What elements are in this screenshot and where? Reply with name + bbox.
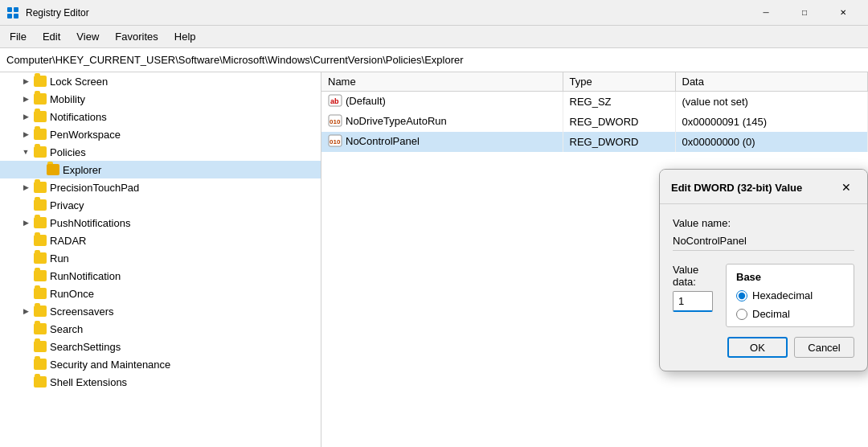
tree-item-shell-extensions[interactable]: ▶ Shell Extensions xyxy=(0,373,321,391)
tree-arrow: ▼ xyxy=(19,146,32,158)
tree-item-label: RADAR xyxy=(50,235,87,247)
folder-icon xyxy=(34,76,47,87)
tree-item-label: RunNotification xyxy=(50,270,121,282)
tree-item-label: Screensavers xyxy=(50,306,113,318)
tree-item-searchsettings[interactable]: ▶ SearchSettings xyxy=(0,338,321,355)
menu-help[interactable]: Help xyxy=(168,28,203,45)
address-path: Computer\HKEY_CURRENT_USER\Software\Micr… xyxy=(6,54,464,66)
tree-arrow: ▶ xyxy=(19,128,32,141)
tree-item-label: PenWorkspace xyxy=(50,129,121,141)
main-content: ▶ Lock Screen ▶ Mobility ▶ Notifications… xyxy=(0,72,868,447)
base-title: Base xyxy=(736,271,844,283)
tree-item-label: Privacy xyxy=(50,199,84,211)
tree-item-label: PrecisionTouchPad xyxy=(50,182,139,194)
folder-icon xyxy=(34,199,47,211)
tree-arrow: ▶ xyxy=(19,110,32,123)
folder-icon xyxy=(34,111,47,122)
window-controls: ─ □ ✕ xyxy=(747,1,862,25)
folder-icon xyxy=(34,323,47,334)
folder-icon xyxy=(47,164,59,175)
folder-icon xyxy=(34,376,47,388)
folder-icon xyxy=(34,270,47,281)
tree-item-runnotification[interactable]: ▶ RunNotification xyxy=(0,267,321,285)
tree-arrow: ▶ xyxy=(19,92,32,105)
value-data-label: Value data: xyxy=(673,264,713,288)
address-bar: Computer\HKEY_CURRENT_USER\Software\Micr… xyxy=(0,48,868,72)
ok-button[interactable]: OK xyxy=(727,337,788,358)
radio-group: Hexadecimal Decimal xyxy=(736,289,844,320)
tree-item-notifications[interactable]: ▶ Notifications xyxy=(0,108,321,125)
tree-arrow: ▶ xyxy=(19,305,32,318)
tree-item-pushnotifications[interactable]: ▶ PushNotifications xyxy=(0,214,321,232)
tree-item-label: Search xyxy=(50,323,83,335)
menu-favorites[interactable]: Favorites xyxy=(108,28,164,45)
tree-item-radar[interactable]: ▶ RADAR xyxy=(0,232,321,249)
svg-rect-1 xyxy=(14,7,18,12)
folder-icon xyxy=(34,217,47,228)
menu-view[interactable]: View xyxy=(70,28,105,45)
menu-bar: File Edit View Favorites Help xyxy=(0,26,868,48)
tree-item-label: Policies xyxy=(50,146,86,158)
menu-edit[interactable]: Edit xyxy=(36,28,67,45)
dialog-title: Edit DWORD (32-bit) Value xyxy=(671,182,802,194)
tree-item-policies[interactable]: ▼ Policies xyxy=(0,143,321,161)
edit-dword-dialog: Edit DWORD (32-bit) Value ✕ Value name: … xyxy=(659,169,868,371)
tree-item-label: Security and Maintenance xyxy=(50,359,170,371)
folder-icon xyxy=(34,129,47,140)
title-bar: Registry Editor ─ □ ✕ xyxy=(0,0,868,26)
folder-icon xyxy=(34,288,47,299)
dialog-body: Value name: NoControlPanel Value data: B… xyxy=(660,204,867,371)
tree-item-lockscreen[interactable]: ▶ Lock Screen xyxy=(0,72,321,90)
close-button[interactable]: ✕ xyxy=(825,1,862,25)
folder-icon xyxy=(34,341,47,352)
app-title: Registry Editor xyxy=(26,7,89,18)
dialog-close-button[interactable]: ✕ xyxy=(837,178,856,197)
tree-item-screensavers[interactable]: ▶ Screensavers xyxy=(0,302,321,320)
base-section: Base Hexadecimal Decimal xyxy=(726,264,854,327)
tree-arrow: ▶ xyxy=(19,75,32,88)
svg-rect-0 xyxy=(7,7,12,12)
menu-file[interactable]: File xyxy=(3,28,33,45)
folder-icon xyxy=(34,146,47,158)
tree-item-penworkspace[interactable]: ▶ PenWorkspace xyxy=(0,125,321,143)
tree-item-privacy[interactable]: ▶ Privacy xyxy=(0,196,321,214)
tree-item-label: Lock Screen xyxy=(50,76,108,88)
tree-item-label: Run xyxy=(50,252,69,265)
folder-icon xyxy=(34,235,47,246)
hexadecimal-option[interactable]: Hexadecimal xyxy=(736,289,844,301)
value-data-input[interactable] xyxy=(673,291,713,312)
dialog-buttons: OK Cancel xyxy=(673,337,854,358)
value-name-display: NoControlPanel xyxy=(673,232,854,251)
tree-item-runonce[interactable]: ▶ RunOnce xyxy=(0,285,321,302)
svg-rect-3 xyxy=(14,14,18,18)
tree-item-run[interactable]: ▶ Run xyxy=(0,249,321,267)
tree-item-label: Explorer xyxy=(63,164,101,176)
tree-arrow: ▶ xyxy=(19,181,32,194)
tree-item-label: Shell Extensions xyxy=(50,376,127,388)
dialog-title-bar: Edit DWORD (32-bit) Value ✕ xyxy=(660,170,867,204)
value-name-label: Value name: xyxy=(673,217,854,229)
app-icon xyxy=(6,6,19,19)
tree-arrow: ▶ xyxy=(19,216,32,229)
tree-item-mobility[interactable]: ▶ Mobility xyxy=(0,90,321,108)
dialog-row: Value data: Base Hexadecimal xyxy=(673,264,854,327)
tree-item-search[interactable]: ▶ Search xyxy=(0,320,321,338)
cancel-button[interactable]: Cancel xyxy=(794,337,854,358)
folder-icon xyxy=(34,359,47,370)
folder-icon xyxy=(34,182,47,193)
folder-icon xyxy=(34,252,47,264)
folder-icon xyxy=(34,93,47,105)
hexadecimal-radio[interactable] xyxy=(736,290,747,301)
maximize-button[interactable]: □ xyxy=(786,1,823,25)
decimal-option[interactable]: Decimal xyxy=(736,308,844,320)
tree-item-label: RunOnce xyxy=(50,288,94,300)
folder-icon xyxy=(34,306,47,317)
decimal-radio[interactable] xyxy=(736,309,747,320)
registry-tree[interactable]: ▶ Lock Screen ▶ Mobility ▶ Notifications… xyxy=(0,72,321,447)
tree-item-explorer[interactable]: ▶ Explorer xyxy=(0,161,321,178)
tree-item-label: SearchSettings xyxy=(50,341,121,353)
tree-item-security-maintenance[interactable]: ▶ Security and Maintenance xyxy=(0,355,321,373)
tree-item-precisiontouchpad[interactable]: ▶ PrecisionTouchPad xyxy=(0,178,321,196)
tree-item-label: PushNotifications xyxy=(50,217,130,229)
minimize-button[interactable]: ─ xyxy=(747,1,784,25)
